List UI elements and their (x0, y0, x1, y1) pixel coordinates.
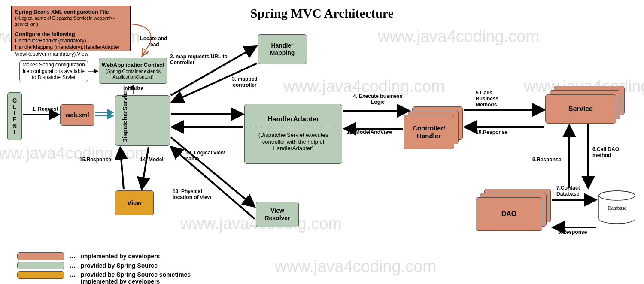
watermark: www.java4coding.com (0, 144, 149, 163)
label-12: 12. Logical view name (185, 150, 228, 162)
view-resolver-text: View Resolver (258, 207, 297, 222)
database-cylinder: Database (598, 190, 636, 225)
svg-line-21 (142, 147, 149, 189)
label-5: 5.Calls Business Methods (476, 90, 514, 108)
handler-adapter-title: HandlerAdapter (267, 112, 319, 126)
legend-dots: … (70, 253, 76, 260)
wac-sub: (Spring Container extends ApplicationCon… (101, 69, 165, 80)
legend-swatch-green (17, 262, 64, 269)
label-13: 13. Physical location of view (173, 189, 216, 201)
config-line2: HandlerMapping (mandatory),HandlerAdapte… (15, 44, 127, 51)
config-line3: ViewResolver (mandatory),View (15, 51, 127, 58)
label-11: 11. ModelAndView (347, 130, 392, 136)
view-text: View (127, 199, 142, 207)
controller-stack: Controller/ Handler (404, 106, 463, 149)
wac-box: WebApplicationContext (Spring Container … (99, 58, 167, 84)
handler-adapter-box: HandlerAdapter (DispatcherServlet execut… (244, 104, 342, 164)
watermark: www.java4coding.com (275, 257, 436, 276)
webxml-box: web.xml (60, 104, 94, 126)
legend-swatch-yellow (17, 271, 64, 279)
label-9: 9.Response (532, 157, 561, 163)
dao-text: DAO (501, 210, 517, 218)
database-text: Database (598, 205, 636, 211)
config-line1: Controller/Handler (mandatory) (15, 38, 127, 45)
client-text: C L I E N T (12, 97, 17, 135)
label-3: 3. mapped controller (228, 76, 262, 88)
config-header2: Configure the following (15, 31, 127, 38)
watermark: www.java4coding.com (378, 27, 539, 46)
client-box: C L I E N T (7, 92, 22, 140)
label-2: 2. map requests/URL to Controller (170, 54, 230, 66)
webxml-text: web.xml (65, 112, 89, 119)
label-7: 7.Contact Database (556, 185, 591, 197)
dispatcher-text: DispatcherServlet (122, 90, 129, 143)
dao-stack: DAO (476, 189, 553, 232)
wac-note-text: Makes Spring configuration file configur… (21, 62, 86, 80)
legend-swatch-orange (17, 252, 64, 260)
controller-text: Controller/ Handler (406, 124, 452, 140)
wac-title: WebApplicationContext (102, 62, 164, 69)
handler-mapping-text: Handler Mapping (260, 42, 305, 57)
label-10: 10.Response (476, 130, 507, 136)
label-locate: Locate and read (137, 36, 171, 48)
label-8: 8.Response (558, 230, 587, 236)
svg-line-22 (120, 148, 124, 189)
config-box: Spring Beans XML configuration File (<Lo… (11, 6, 131, 51)
label-14: 14. Model (140, 157, 164, 163)
label-4: 4. Execute business Logic (352, 94, 404, 106)
config-sub1: (<Logical name of DispatcherServlet in w… (15, 15, 127, 27)
legend-both: … provided be Spring Source sometimes im… (17, 271, 201, 284)
legend-dev-text: implemented by developers (81, 253, 160, 260)
service-text: Service (568, 105, 593, 113)
dispatcher-box: DispatcherServlet (115, 95, 170, 146)
legend-spring-text: provided by Spring Source (81, 262, 158, 269)
legend-dots: … (70, 262, 76, 269)
legend-spring: … provided by Spring Source (17, 262, 158, 269)
wac-note-box: Makes Spring configuration file configur… (19, 60, 88, 82)
handler-mapping-box: Handler Mapping (258, 34, 307, 64)
handler-adapter-sub: (DispatcherServlet executes controller w… (246, 128, 340, 155)
label-6: 6.Call DAO method (592, 147, 627, 159)
view-box: View (115, 190, 154, 215)
label-initialize: initialize (123, 86, 143, 92)
config-header1: Spring Beans XML configuration File (15, 9, 127, 15)
label-15: 15.Response (79, 157, 111, 163)
legend-both-text: provided be Spring Source sometimes impl… (81, 271, 201, 284)
legend-dev: … implemented by developers (17, 252, 160, 260)
view-resolver-box: View Resolver (256, 202, 299, 227)
legend-dots: … (70, 271, 76, 278)
label-1: 1. Request (32, 106, 58, 112)
service-stack: Service (545, 86, 627, 129)
